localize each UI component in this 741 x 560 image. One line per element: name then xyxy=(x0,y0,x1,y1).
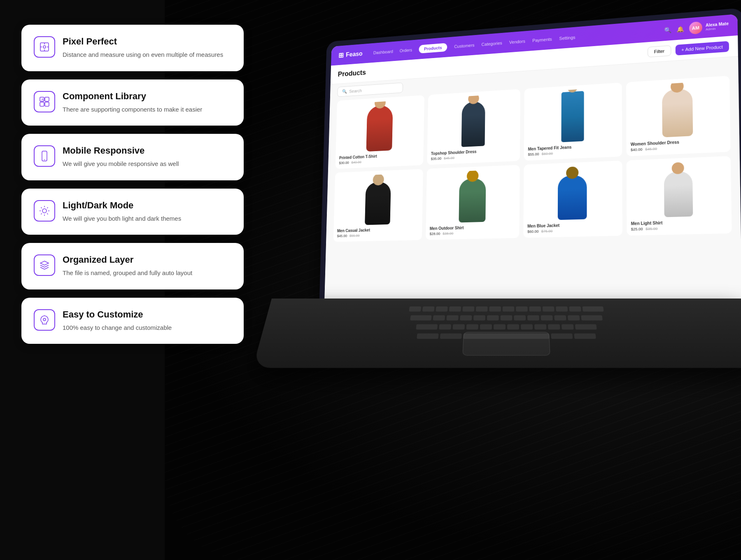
app-content: Products Filter + Add New Product 🔍 Sear… xyxy=(324,35,741,306)
app-user-info: Alexa Mate Admin xyxy=(706,21,729,31)
feature-title-easy-customize: Easy to Customize xyxy=(63,309,231,320)
product-figure-5 xyxy=(365,182,391,225)
feature-title-organized-layer: Organized Layer xyxy=(63,254,231,265)
app-logo-icon: ⊞ xyxy=(338,51,344,60)
filter-button[interactable]: Filter xyxy=(648,45,671,58)
kb-key xyxy=(473,315,485,321)
kb-key xyxy=(449,307,461,312)
svg-text:A: A xyxy=(42,98,44,101)
add-product-button[interactable]: + Add New Product xyxy=(675,41,729,56)
product-card-5[interactable]: Men Casual Jacket $45.00 $55.00 xyxy=(333,169,423,242)
svg-point-13 xyxy=(42,209,47,213)
product-img-2 xyxy=(431,93,516,148)
kb-key xyxy=(466,324,478,329)
feature-content-pixel-perfect: Pixel Perfect Distance and measure using… xyxy=(63,36,231,60)
easy-customize-icon xyxy=(34,309,55,331)
search-placeholder: Search xyxy=(349,88,362,93)
feature-desc-component-library: There are supporting components to make … xyxy=(63,105,231,114)
feature-content-organized-layer: Organized Layer The file is named, group… xyxy=(63,254,231,278)
kb-key xyxy=(460,315,472,321)
nav-payments[interactable]: Payments xyxy=(532,37,552,43)
light-dark-icon xyxy=(34,200,55,222)
feature-title-light-dark: Light/Dark Mode xyxy=(63,200,231,211)
kb-key xyxy=(494,324,506,329)
kb-key xyxy=(433,315,445,321)
feature-desc-mobile-responsive: We will give you mobile responsive as we… xyxy=(63,159,231,169)
kb-key xyxy=(569,307,581,312)
organized-layer-icon xyxy=(34,254,55,276)
nav-orders[interactable]: Orders xyxy=(400,48,412,53)
kb-key xyxy=(417,333,438,338)
svg-line-21 xyxy=(41,213,42,214)
mobile-responsive-icon xyxy=(34,145,55,167)
kb-key xyxy=(480,324,492,329)
product-card-6[interactable]: Men Outdoor Shirt $28.00 $38.00 xyxy=(426,165,520,240)
laptop-mockup: ⊞ Feaso Dashboard Orders Products Custom… xyxy=(272,16,741,552)
feature-card-light-dark: Light/Dark Mode We will give you both li… xyxy=(21,189,244,235)
product-card-2[interactable]: Topshop Shoulder Dress $35.00 $45.00 xyxy=(427,89,520,165)
kb-row-3 xyxy=(297,323,716,330)
product-card-3[interactable]: Men Tapered Fit Jeans $55.00 $60.00 xyxy=(524,82,622,161)
kb-key xyxy=(541,315,553,321)
kb-key xyxy=(409,307,421,312)
svg-rect-8 xyxy=(40,102,44,106)
svg-point-22 xyxy=(43,318,46,321)
kb-key xyxy=(476,307,488,312)
feature-content-component-library: Component Library There are supporting c… xyxy=(63,91,231,114)
feature-title-pixel-perfect: Pixel Perfect xyxy=(63,36,231,47)
svg-line-20 xyxy=(47,207,48,208)
kb-key xyxy=(529,307,541,312)
nav-settings[interactable]: Settings xyxy=(559,35,575,41)
kb-key xyxy=(521,324,533,329)
kb-key xyxy=(462,307,474,312)
product-img-5 xyxy=(338,173,419,226)
kb-key xyxy=(581,315,602,321)
app-logo-text: Feaso xyxy=(346,50,363,58)
kb-key xyxy=(554,315,566,321)
product-img-8 xyxy=(631,161,727,218)
nav-customers[interactable]: Customers xyxy=(454,43,475,49)
product-figure-8 xyxy=(664,171,692,217)
app-logo: ⊞ Feaso xyxy=(338,49,363,59)
kb-key xyxy=(574,333,596,338)
notification-icon[interactable]: 🔔 xyxy=(676,26,684,33)
product-img-4 xyxy=(630,80,726,139)
app-user: AM Alexa Mate Admin xyxy=(689,19,729,35)
kb-key xyxy=(551,333,573,338)
feature-desc-light-dark: We will give you both light and dark the… xyxy=(63,214,231,224)
feature-desc-organized-layer: The file is named, grouped and fully aut… xyxy=(63,268,231,278)
product-img-6 xyxy=(430,169,516,223)
search-icon[interactable]: 🔍 xyxy=(664,27,671,34)
kb-key xyxy=(534,324,546,329)
svg-point-12 xyxy=(44,159,45,160)
feature-title-component-library: Component Library xyxy=(63,91,231,102)
kb-key xyxy=(422,307,434,312)
pixel-perfect-icon xyxy=(34,36,55,58)
nav-products[interactable]: Products xyxy=(419,43,447,54)
product-card-7[interactable]: Men Blue Jacket $60.00 $75.00 xyxy=(523,161,622,238)
feature-card-easy-customize: Easy to Customize 100% easy to change an… xyxy=(21,298,244,344)
svg-point-1 xyxy=(43,46,46,48)
nav-vendors[interactable]: Vendors xyxy=(509,39,525,44)
kb-key xyxy=(543,307,555,312)
nav-dashboard[interactable]: Dashboard xyxy=(373,49,393,55)
product-name-6: Men Outdoor Shirt xyxy=(430,224,515,231)
product-figure-3 xyxy=(561,91,584,142)
kb-key xyxy=(440,333,462,338)
app-avatar: AM xyxy=(689,21,702,35)
kb-row-2 xyxy=(299,315,713,322)
laptop-touchpad xyxy=(462,332,550,356)
kb-row-1 xyxy=(301,306,711,313)
kb-key xyxy=(556,307,568,312)
feature-content-easy-customize: Easy to Customize 100% easy to change an… xyxy=(63,309,231,333)
kb-key xyxy=(575,324,597,329)
nav-categories[interactable]: Categories xyxy=(481,41,502,47)
product-card-8[interactable]: Men Light Shirt $25.00 $35.00 xyxy=(627,156,732,236)
feature-card-mobile-responsive: Mobile Responsive We will give you mobil… xyxy=(21,134,244,180)
product-card-1[interactable]: Printed Cotton T-Shirt $30.00 $40.00 xyxy=(335,95,424,169)
product-figure-7 xyxy=(558,175,587,220)
kb-key xyxy=(527,315,539,321)
feature-desc-easy-customize: 100% easy to change and customizable xyxy=(63,323,231,333)
kb-key xyxy=(489,307,501,312)
product-card-4[interactable]: Women Shoulder Dress $40.00 $45.00 xyxy=(626,76,731,156)
